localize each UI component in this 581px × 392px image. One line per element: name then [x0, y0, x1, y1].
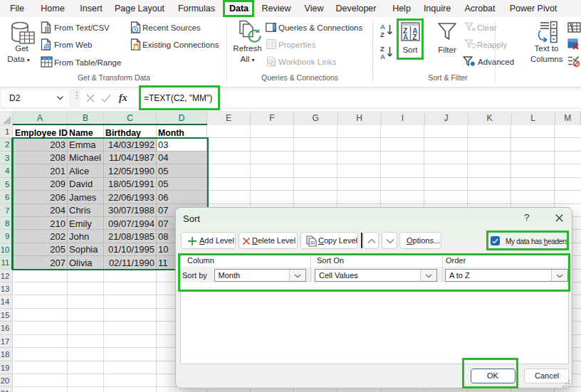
svg-text:A: A [380, 23, 385, 31]
svg-text:Z: Z [380, 45, 384, 53]
svg-text:A: A [380, 53, 385, 60]
svg-text:Z: Z [380, 31, 384, 38]
